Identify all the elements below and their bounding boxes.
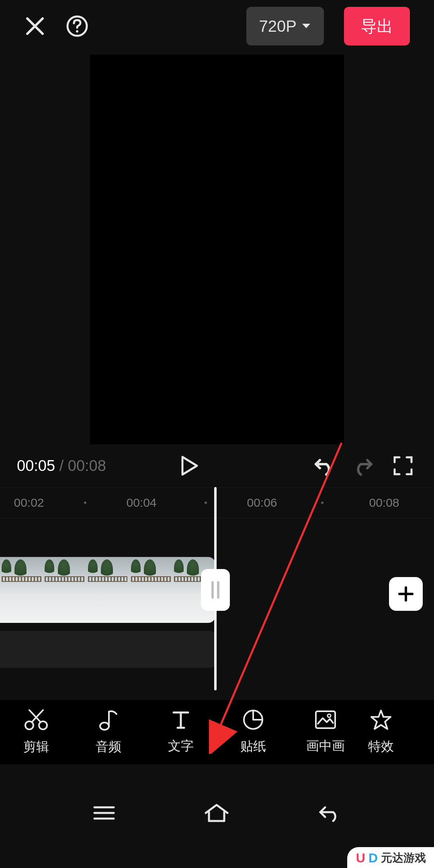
scissors-icon [24,708,49,731]
watermark-text: 元达游戏 [381,850,426,866]
export-label: 导出 [361,15,393,37]
help-button[interactable] [66,15,88,37]
tool-sticker-label: 贴纸 [240,738,266,755]
tool-pip[interactable]: 画中画 [289,710,362,755]
menu-icon [92,804,116,822]
play-button[interactable] [180,455,199,476]
music-icon [98,708,119,731]
audio-track[interactable] [0,631,215,668]
ruler-tick-label: 00:02 [14,496,44,510]
svg-rect-5 [316,711,335,728]
back-icon [317,803,342,823]
add-clip-button[interactable] [389,577,423,611]
tool-audio-label: 音频 [96,738,121,756]
resolution-selector[interactable]: 720P [246,7,324,45]
home-icon [203,802,230,823]
ruler-tick-dot [84,502,86,504]
plus-icon [397,585,415,603]
star-icon [370,709,392,731]
close-icon [24,15,46,37]
text-icon [171,709,190,730]
redo-icon [353,455,375,476]
undo-icon [313,455,334,476]
ruler-tick-dot [205,502,207,504]
tool-text-label: 文字 [168,737,194,755]
play-icon [180,455,199,476]
tool-audio[interactable]: 音频 [72,710,145,755]
current-time: 00:05 [17,457,55,474]
tool-bar: 剪辑 音频 文字 贴纸 [0,700,434,764]
nav-home-button[interactable] [203,802,230,823]
ruler-tick-dot [321,502,323,504]
watermark: UD 元达游戏 [347,847,434,868]
svg-point-6 [328,714,331,717]
tool-sticker[interactable]: 贴纸 [217,710,289,755]
tool-effects[interactable]: 特效 [362,710,400,755]
export-button[interactable]: 导出 [344,7,410,45]
ruler-tick-label: 00:08 [369,496,399,510]
svg-point-4 [100,723,109,730]
video-clip[interactable] [0,557,215,623]
ruler-tick-label: 00:04 [126,496,156,510]
nav-menu-button[interactable] [92,804,116,822]
tool-effects-label: 特效 [368,738,394,755]
close-button[interactable] [24,15,46,37]
fullscreen-icon [393,456,413,476]
tool-edit[interactable]: 剪辑 [0,710,72,755]
ruler-tick-label: 00:06 [247,496,277,510]
tool-text[interactable]: 文字 [145,710,217,755]
nav-back-button[interactable] [317,803,342,823]
tool-pip-label: 画中画 [306,737,345,755]
svg-point-1 [76,30,78,33]
help-icon [66,15,88,37]
sticker-icon [242,709,264,731]
transition-handle[interactable] [201,569,230,611]
video-preview[interactable] [90,55,344,444]
pip-icon [314,709,337,730]
resolution-label: 720P [259,17,297,35]
chevron-down-icon [301,23,311,29]
redo-button[interactable] [353,455,375,476]
timeline-ruler[interactable]: 00:0200:0400:0600:08 [0,487,434,518]
tool-edit-label: 剪辑 [23,738,49,756]
fullscreen-button[interactable] [393,456,413,476]
undo-button[interactable] [313,455,334,476]
system-nav [0,787,434,839]
